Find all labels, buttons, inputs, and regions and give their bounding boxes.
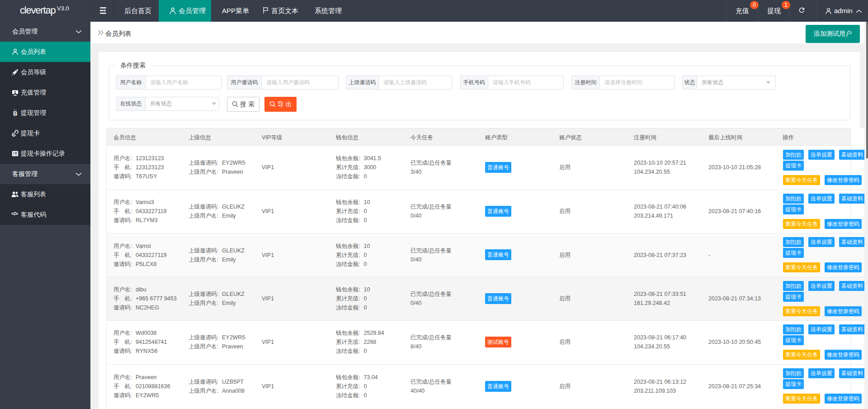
svg-text:B: B	[13, 110, 17, 117]
